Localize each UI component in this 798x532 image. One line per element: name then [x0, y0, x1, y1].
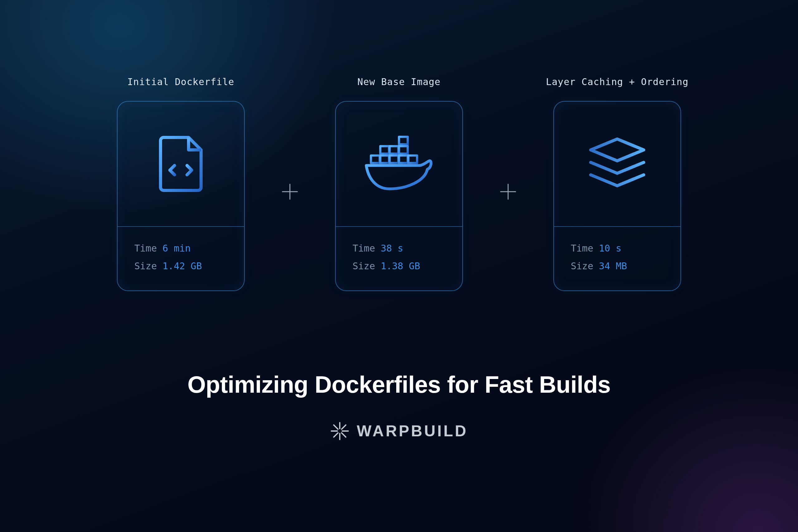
diagram-canvas: Initial Dockerfile Time 6 min Size 1.42 … — [0, 0, 798, 532]
svg-rect-9 — [399, 155, 408, 163]
stat-time: Time 38 s — [353, 239, 445, 257]
svg-line-19 — [341, 425, 346, 430]
card-title: Layer Caching + Ordering — [546, 76, 688, 87]
plus-icon — [281, 183, 299, 201]
docker-icon — [360, 134, 438, 193]
svg-line-20 — [334, 433, 338, 437]
cards-row: Initial Dockerfile Time 6 min Size 1.42 … — [0, 76, 798, 307]
stat-size: Size 34 MB — [571, 257, 664, 275]
card: Time 10 s Size 34 MB — [553, 101, 681, 291]
time-value: 6 min — [163, 243, 190, 254]
svg-rect-4 — [390, 146, 398, 154]
card-layer-caching: Layer Caching + Ordering Time 10 s Size … — [543, 76, 692, 291]
page-title: Optimizing Dockerfiles for Fast Builds — [0, 371, 798, 398]
card-initial-dockerfile: Initial Dockerfile Time 6 min Size 1.42 … — [106, 76, 255, 291]
card-title: Initial Dockerfile — [127, 76, 234, 87]
svg-rect-7 — [380, 155, 389, 163]
stat-size: Size 1.42 GB — [134, 257, 227, 275]
svg-rect-3 — [380, 146, 389, 154]
plus-icon — [499, 183, 517, 201]
time-value: 38 s — [381, 243, 403, 254]
card-icon-area — [336, 101, 462, 226]
stat-time: Time 10 s — [571, 239, 664, 257]
plus-separator — [255, 76, 324, 307]
svg-rect-6 — [371, 155, 380, 163]
plus-separator — [474, 76, 543, 307]
svg-rect-5 — [399, 146, 408, 154]
card-icon-area — [117, 101, 244, 226]
card-stats: Time 6 min Size 1.42 GB — [117, 227, 244, 290]
card: Time 38 s Size 1.38 GB — [335, 101, 463, 291]
size-value: 1.42 GB — [163, 261, 202, 271]
card-title: New Base Image — [358, 76, 441, 87]
card: Time 6 min Size 1.42 GB — [117, 101, 245, 291]
warpbuild-logo-icon — [330, 421, 349, 441]
card-icon-area — [554, 101, 681, 226]
layers-icon — [586, 136, 648, 192]
brand-row: WARPBUILD — [0, 421, 798, 441]
stat-time: Time 6 min — [134, 239, 227, 257]
size-value: 34 MB — [599, 261, 627, 271]
card-stats: Time 38 s Size 1.38 GB — [336, 227, 462, 290]
brand-name: WARPBUILD — [357, 422, 468, 440]
svg-line-18 — [341, 433, 346, 437]
time-value: 10 s — [599, 243, 621, 254]
size-value: 1.38 GB — [381, 261, 420, 271]
svg-rect-10 — [408, 155, 417, 163]
svg-rect-2 — [399, 137, 408, 144]
file-code-icon — [157, 134, 204, 193]
card-new-base-image: New Base Image — [324, 76, 474, 291]
stat-size: Size 1.38 GB — [353, 257, 445, 275]
svg-rect-8 — [390, 155, 398, 163]
svg-line-17 — [334, 425, 338, 430]
card-stats: Time 10 s Size 34 MB — [554, 227, 681, 290]
